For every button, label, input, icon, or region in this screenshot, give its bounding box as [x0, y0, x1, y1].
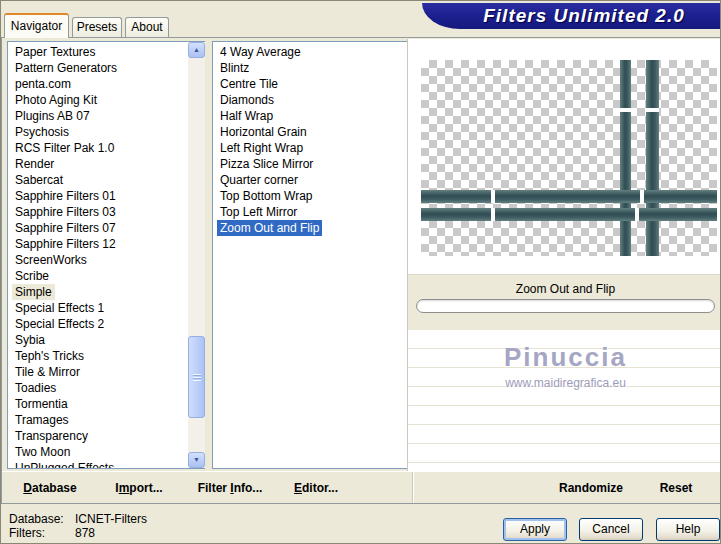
- list-item[interactable]: Simple: [12, 284, 55, 300]
- list-item[interactable]: Photo Aging Kit: [12, 92, 100, 108]
- list-item[interactable]: Sapphire Filters 12: [12, 236, 119, 252]
- filter-list[interactable]: 4 Way AverageBlintzCentre TileDiamondsHa…: [212, 41, 410, 469]
- list-item[interactable]: Left Right Wrap: [217, 140, 306, 156]
- list-item[interactable]: Psychosis: [12, 124, 72, 140]
- list-item[interactable]: RCS Filter Pak 1.0: [12, 140, 117, 156]
- list-item[interactable]: Sapphire Filters 07: [12, 220, 119, 236]
- scroll-down-icon: ▼: [193, 456, 200, 463]
- transparency-checkerboard: [421, 60, 717, 256]
- list-item[interactable]: Diamonds: [217, 92, 277, 108]
- list-item[interactable]: Half Wrap: [217, 108, 276, 124]
- list-item[interactable]: penta.com: [12, 76, 74, 92]
- category-list[interactable]: Paper TexturesPattern Generatorspenta.co…: [7, 41, 205, 469]
- list-item[interactable]: Sabercat: [12, 172, 66, 188]
- list-item[interactable]: Top Left Mirror: [217, 204, 300, 220]
- watermark-url: www.maidiregrafica.eu: [408, 376, 721, 390]
- scroll-down-button[interactable]: ▼: [188, 452, 205, 468]
- reset-button[interactable]: Reset: [650, 472, 702, 504]
- filters-count-value: 878: [75, 526, 95, 540]
- help-button[interactable]: Help: [656, 518, 720, 541]
- selected-filter-caption: Zoom Out and Flip: [408, 275, 721, 296]
- list-item[interactable]: Scribe: [12, 268, 52, 284]
- preview-pane: Zoom Out and Flip Pinuccia www.maidiregr…: [407, 39, 721, 472]
- watermark-title: Pinuccia: [408, 342, 721, 373]
- list-item[interactable]: Horizontal Grain: [217, 124, 310, 140]
- list-item[interactable]: Render: [12, 156, 57, 172]
- list-item[interactable]: Special Effects 1: [12, 300, 107, 316]
- list-item[interactable]: Transparency: [12, 428, 91, 444]
- randomize-button[interactable]: Randomize: [550, 472, 632, 504]
- preview-bar: [421, 190, 717, 203]
- title-banner: Filters Unlimited 2.0: [422, 3, 720, 29]
- tab-navigator[interactable]: Navigator: [4, 13, 69, 38]
- list-item[interactable]: Zoom Out and Flip: [217, 220, 322, 236]
- list-item[interactable]: Plugins AB 07: [12, 108, 93, 124]
- filters-count-label: Filters:: [9, 526, 45, 540]
- navigator-tab-page: Paper TexturesPattern Generatorspenta.co…: [1, 37, 721, 504]
- editor-button[interactable]: Editor...: [284, 472, 348, 504]
- filters-unlimited-window: Filters Unlimited 2.0 Navigator Presets …: [0, 0, 721, 544]
- list-item[interactable]: Teph's Tricks: [12, 348, 87, 364]
- scroll-up-icon: ▲: [193, 46, 200, 53]
- preview-image: [408, 39, 721, 274]
- preview-bar: [646, 60, 659, 256]
- parameter-area: Pinuccia www.maidiregrafica.eu: [408, 330, 721, 472]
- cancel-button[interactable]: Cancel: [579, 518, 643, 541]
- database-label: Database:: [9, 512, 64, 526]
- status-bar: Database: ICNET-Filters Filters: 878 App…: [1, 506, 721, 544]
- database-value: ICNET-Filters: [75, 512, 147, 526]
- import-button[interactable]: Import...: [104, 472, 174, 504]
- window-title: Filters Unlimited 2.0: [457, 5, 685, 27]
- list-item[interactable]: Special Effects 2: [12, 316, 107, 332]
- list-item[interactable]: Toadies: [12, 380, 59, 396]
- scrollbar-thumb[interactable]: [188, 336, 205, 418]
- toolbar-divider: [412, 472, 414, 503]
- list-item[interactable]: 4 Way Average: [217, 44, 304, 60]
- preview-bar: [620, 60, 631, 256]
- list-item[interactable]: ScreenWorks: [12, 252, 90, 268]
- list-item[interactable]: Pattern Generators: [12, 60, 120, 76]
- list-item[interactable]: Sybia: [12, 332, 48, 348]
- tab-about[interactable]: About: [125, 17, 169, 38]
- scrollbar-grip-icon: [193, 374, 201, 381]
- list-item[interactable]: Tramages: [12, 412, 72, 428]
- list-item[interactable]: Blintz: [217, 60, 252, 76]
- filter-control-band: Zoom Out and Flip: [408, 274, 721, 330]
- preview-bar: [421, 208, 717, 221]
- list-item[interactable]: Tormentia: [12, 396, 71, 412]
- list-item[interactable]: Sapphire Filters 01: [12, 188, 119, 204]
- filter-info-button[interactable]: Filter Info...: [188, 472, 272, 504]
- list-item[interactable]: Top Bottom Wrap: [217, 188, 315, 204]
- list-item[interactable]: Centre Tile: [217, 76, 281, 92]
- list-item[interactable]: UnPlugged Effects: [12, 460, 117, 469]
- list-item[interactable]: Two Moon: [12, 444, 73, 460]
- database-button[interactable]: Database: [10, 472, 90, 504]
- list-item[interactable]: Pizza Slice Mirror: [217, 156, 316, 172]
- list-item[interactable]: Tile & Mirror: [12, 364, 83, 380]
- bottom-toolbar: Database Import... Filter Info... Editor…: [2, 471, 721, 503]
- list-item[interactable]: Sapphire Filters 03: [12, 204, 119, 220]
- apply-button[interactable]: Apply: [503, 518, 567, 541]
- tab-presets[interactable]: Presets: [72, 17, 122, 38]
- list-item[interactable]: Paper Textures: [12, 44, 99, 60]
- parameter-slider[interactable]: [416, 299, 715, 313]
- category-list-scrollbar[interactable]: ▲ ▼: [188, 42, 205, 468]
- list-item[interactable]: Quarter corner: [217, 172, 301, 188]
- scroll-up-button[interactable]: ▲: [188, 42, 205, 58]
